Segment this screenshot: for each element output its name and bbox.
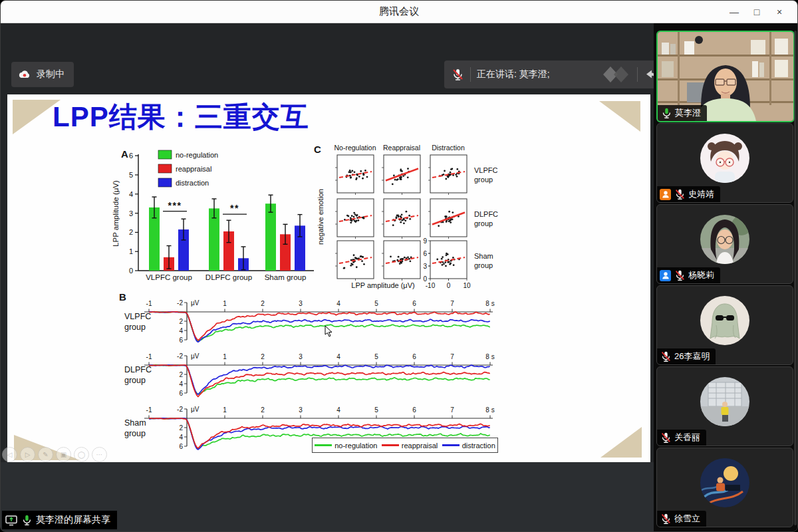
svg-text:6: 6 [423,250,427,257]
avatar-photo [700,215,749,264]
whiteboard-icon[interactable]: ▣ [56,447,71,462]
svg-text:**: ** [230,203,239,213]
legend-item: reappraisal [382,442,438,450]
participant-name: 徐雪立 [674,513,700,525]
svg-text:No-regulation: No-regulation [334,144,376,152]
svg-text:-1: -1 [146,353,152,360]
presentation-slide: LPP结果：三重交互 0123456LPP amplitude (μV)AVLP… [7,94,650,462]
annotation-toolbar: ◁▷✎▣◯⋯ [2,447,107,462]
participants-sidebar: 莫李澄 [654,23,798,531]
mic-muted-icon [660,513,672,525]
svg-text:4: 4 [129,190,133,198]
svg-text:6: 6 [412,353,416,360]
svg-text:8 s: 8 s [485,406,494,414]
corner-decoration [599,101,640,132]
svg-text:1: 1 [129,247,133,255]
svg-text:8 s: 8 s [485,300,494,307]
cohost-badge [660,270,671,281]
svg-text:Sham group: Sham group [265,273,307,281]
maximize-button[interactable]: □ [745,7,768,17]
svg-text:2: 2 [261,406,265,414]
participant-name: 杨晓莉 [688,269,714,281]
participant-tile[interactable]: 关香丽 [656,366,793,446]
svg-text:negative emotion: negative emotion [317,189,325,245]
legend-item: distraction [442,442,495,450]
next-icon[interactable]: ▷ [20,447,35,462]
scatter-grid-panel-c: CNo-regulationReappraisalDistractionnega… [310,141,516,293]
svg-text:6: 6 [179,443,183,450]
recording-indicator[interactable]: 录制中 [11,62,74,87]
svg-text:9: 9 [423,237,427,245]
participant-name: 莫李澄 [675,107,701,119]
participant-tile[interactable]: 莫李澄 [656,31,795,122]
svg-text:5: 5 [374,406,378,414]
svg-text:2: 2 [179,424,183,432]
svg-text:-2: -2 [177,352,183,360]
legend-label: no-regulation [334,442,377,450]
legend-label: distraction [462,442,495,450]
svg-text:6: 6 [179,390,183,397]
participant-tile[interactable]: 徐雪立 [656,448,793,527]
svg-text:2: 2 [261,300,265,307]
svg-text:6: 6 [129,152,133,160]
previous-icon[interactable]: ◁ [2,447,17,462]
svg-text:5: 5 [129,171,133,179]
screen-share-status-bar: 莫李澄的屏幕共享 [2,511,117,529]
avatar [700,134,749,183]
participant-name: 史靖靖 [688,188,714,200]
mic-on-icon [660,107,672,119]
participant-nameplate: 莫李澄 [658,105,707,121]
svg-text:group: group [474,176,493,184]
participant-name: 26李嘉明 [674,350,710,362]
avatar [700,215,749,264]
window-controls: — □ × [723,1,791,23]
svg-text:LPP amplitude (μV): LPP amplitude (μV) [351,281,414,289]
window-title: 腾讯会议 [379,5,419,18]
svg-text:7: 7 [450,353,454,360]
svg-text:C: C [314,144,321,155]
magnifier-icon[interactable]: ◯ [74,447,89,462]
svg-text:4: 4 [336,406,340,414]
svg-text:no-regulation: no-regulation [176,151,218,159]
slide-title: LPP结果：三重交互 [53,98,309,136]
svg-text:2: 2 [179,318,183,325]
more-icon[interactable]: ⋯ [92,447,107,462]
svg-text:2: 2 [129,228,133,236]
avatar-photo [700,377,749,426]
legend-swatch [442,444,460,446]
svg-text:7: 7 [450,300,454,307]
minimize-button[interactable]: — [723,7,745,17]
divider [637,67,638,82]
mouse-cursor [325,325,332,337]
svg-text:3: 3 [299,300,303,307]
waveform-legend: no-regulationreappraisaldistraction [312,438,498,453]
pen-icon[interactable]: ✎ [38,447,53,462]
svg-text:-2: -2 [177,406,183,413]
svg-text:reappraisal: reappraisal [176,165,211,173]
svg-text:2: 2 [261,353,265,360]
svg-text:-1: -1 [146,406,152,414]
participant-tile[interactable]: 史靖靖 [656,123,793,203]
svg-text:3: 3 [423,263,427,270]
svg-text:1: 1 [223,353,227,360]
svg-text:1: 1 [223,300,227,307]
window-titlebar: 腾讯会议 — □ × [1,1,797,23]
recording-label: 录制中 [37,68,65,80]
svg-text:DLPFC: DLPFC [474,210,498,218]
svg-text:10: 10 [463,282,471,289]
erp-waveform-dlpfc: -112345678 s-2246μV [120,349,506,402]
participant-tile[interactable]: 26李嘉明 [656,285,793,365]
svg-text:μV: μV [191,406,200,413]
svg-text:VLPFC: VLPFC [474,166,498,174]
close-button[interactable]: × [768,7,791,17]
avatar-illustration [700,458,749,507]
tencent-meeting-window: 腾讯会议 — □ × 录制中 正在讲话: 莫李澄; [0,0,798,532]
erp-waveform-vlpfc: -112345678 s-2246μV [120,296,506,349]
host-badge [660,189,671,200]
participant-tile[interactable]: 杨晓莉 [656,204,793,284]
svg-text:μV: μV [191,352,200,360]
sidebar-scrollbar[interactable] [794,31,797,525]
svg-text:Distraction: Distraction [432,144,465,152]
avatar [700,458,749,507]
svg-text:4: 4 [336,300,340,307]
